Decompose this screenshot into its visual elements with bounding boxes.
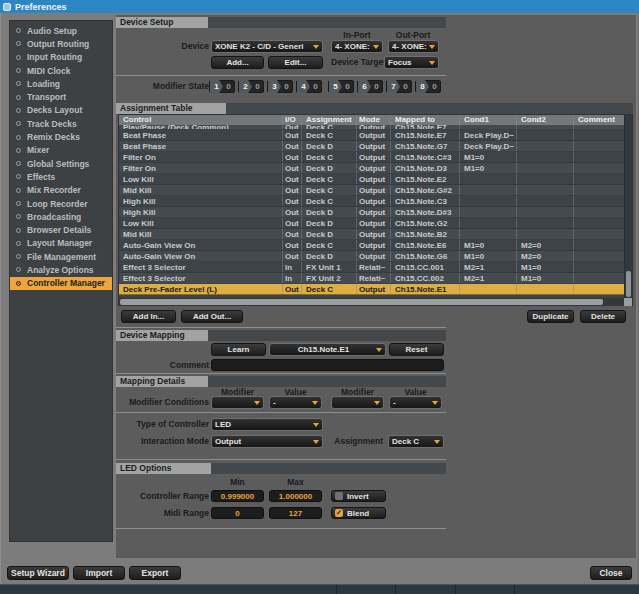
table-row[interactable]: Low KillOutDeck COutputCh15.Note.E2 [119,174,632,185]
bullet-icon [16,188,21,193]
table-cell [574,196,626,206]
sidebar-item-global-settings[interactable]: Global Settings [10,157,112,170]
export-button[interactable]: Export [129,566,181,580]
edit-device-button[interactable]: Edit... [268,56,323,69]
max-label: Max [269,476,322,489]
learn-button[interactable]: Learn [211,343,266,356]
table-cell: High Kill [119,196,283,206]
sidebar-item-audio-setup[interactable]: Audio Setup [10,24,112,37]
sidebar-item-loop-recorder[interactable]: Loop Recorder [10,197,112,210]
sidebar-item-decks-layout[interactable]: Decks Layout [10,104,112,117]
import-button[interactable]: Import [73,566,125,580]
controller-range-min-input[interactable]: 0.999000 [211,490,264,502]
value-2-select[interactable]: - [389,396,442,409]
table-row[interactable]: Auto-Gain View OnOutDeck DOutputCh15.Not… [119,251,632,262]
modifier-state-4[interactable]: 40 [296,80,322,93]
sidebar-item-transport[interactable]: Transport [10,90,112,103]
table-cell: Ch15.Note.E7 [391,122,460,129]
sidebar-item-input-routing[interactable]: Input Routing [10,51,112,64]
table-row[interactable]: Effect 3 SelectorInFX Unit 2Relati~Ch15.… [119,273,632,284]
table-row[interactable]: Low KillOutDeck DOutputCh15.Note.G2 [119,218,632,229]
table-row[interactable]: High KillOutDeck DOutputCh15.Note.D#3 [119,207,632,218]
modifier-state-1[interactable]: 10 [209,80,235,93]
assignment-select[interactable]: Deck C [388,435,444,448]
sidebar-item-label: Transport [27,92,66,102]
bullet-icon [16,267,21,272]
table-cell: Deck D [302,218,357,228]
sidebar-item-effects[interactable]: Effects [10,170,112,183]
sidebar-item-mixer[interactable]: Mixer [10,144,112,157]
modifier-state-3[interactable]: 30 [267,80,293,93]
modifier-state-7[interactable]: 70 [386,80,412,93]
add-in-button[interactable]: Add In... [121,310,176,323]
close-button[interactable]: Close [590,566,632,580]
controller-range-max-input[interactable]: 1.000000 [269,490,322,502]
midi-range-max-input[interactable]: 127 [269,507,322,519]
table-cell [517,122,574,129]
table-cell: Out [283,174,302,184]
sidebar-item-track-decks[interactable]: Track Decks [10,117,112,130]
table-row[interactable]: Mid KillOutDeck COutputCh15.Note.G#2 [119,185,632,196]
bullet-icon [16,95,21,100]
device-target-select[interactable]: Focus [384,56,439,69]
table-cell: Out [283,196,302,206]
table-row[interactable]: Filter OnOutDeck COutputCh15.Note.C#3M1=… [119,152,632,163]
add-out-button[interactable]: Add Out... [181,310,243,323]
mapped-event-select[interactable]: Ch15.Note.E1 [269,343,386,356]
delete-button[interactable]: Delete [580,310,626,323]
sidebar-item-file-management[interactable]: File Management [10,250,112,263]
interaction-mode-select[interactable]: Output [211,435,323,448]
modifier-state-8[interactable]: 80 [415,80,441,93]
sidebar-item-layout-manager[interactable]: Layout Manager [10,237,112,250]
sidebar-item-mix-recorder[interactable]: Mix Recorder [10,184,112,197]
blend-checkbox[interactable]: ✓ Blend [331,507,386,519]
sidebar-item-midi-clock[interactable]: MIDI Clock [10,64,112,77]
table-row[interactable]: Auto-Gain View OnOutDeck COutputCh15.Not… [119,240,632,251]
setup-wizard-button[interactable]: Setup Wizard [7,566,69,580]
table-row[interactable]: Filter OnOutDeck DOutputCh15.Note.D3M1=0 [119,163,632,174]
modifier-value: 0 [252,82,263,91]
midi-range-min-input[interactable]: 0 [211,507,264,519]
invert-checkbox[interactable]: Invert [331,490,386,502]
comment-input[interactable] [211,359,444,371]
add-device-button[interactable]: Add... [211,56,264,69]
table-row[interactable]: Beat PhaseOutDeck COutputCh15.Note.E7Dec… [119,130,632,141]
table-row[interactable]: Beat PhaseOutDeck DOutputCh15.Note.G7Dec… [119,141,632,152]
chevron-down-icon [313,440,319,444]
type-of-controller-select[interactable]: LED [211,418,323,431]
horizontal-scrollbar[interactable] [119,298,626,306]
sidebar-item-analyze-options[interactable]: Analyze Options [10,263,112,276]
modifier-state-6[interactable]: 60 [357,80,383,93]
modifier-state-5[interactable]: 50 [328,80,354,93]
table-row[interactable]: Effect 3 SelectorInFX Unit 1Relati~Ch15.… [119,262,632,273]
table-cell: Effect 3 Selector [119,273,283,283]
horizontal-scrollbar-thumb[interactable] [120,299,603,305]
checkbox-icon [335,492,343,500]
out-port-select[interactable]: 4- XONE: [388,40,439,53]
sidebar-item-loading[interactable]: Loading [10,77,112,90]
duplicate-button[interactable]: Duplicate [527,310,574,323]
table-row[interactable]: High KillOutDeck COutputCh15.Note.C3 [119,196,632,207]
sidebar-item-output-routing[interactable]: Output Routing [10,37,112,50]
modifier-1-select[interactable] [211,396,264,409]
table-row[interactable]: Deck Pre-Fader Level (L)OutDeck COutputC… [119,284,632,295]
modifier-state-label: Modifier State [126,80,209,93]
table-cell: Ch15.Note.G2 [391,218,460,228]
sidebar-item-browser-details[interactable]: Browser Details [10,223,112,236]
table-row[interactable]: Mid KillOutDeck DOutputCh15.Note.B2 [119,229,632,240]
table-cell: Ch15.Note.G7 [391,141,460,151]
vertical-scrollbar[interactable] [624,115,632,298]
reset-button[interactable]: Reset [389,343,444,356]
value-1-select[interactable]: - [269,396,322,409]
sidebar-item-controller-manager[interactable]: Controller Manager [10,277,112,290]
device-select[interactable]: XONE K2 - C/D - Generi [211,40,323,53]
modifier-state-2[interactable]: 20 [238,80,264,93]
sidebar-item-label: Loop Recorder [27,199,87,209]
vertical-scrollbar-thumb[interactable] [626,271,631,297]
in-port-select[interactable]: 4- XONE: [331,40,383,53]
table-cell: Output [357,196,391,206]
sidebar-item-broadcasting[interactable]: Broadcasting [10,210,112,223]
sidebar-item-label: Mix Recorder [27,185,81,195]
sidebar-item-remix-decks[interactable]: Remix Decks [10,130,112,143]
modifier-2-select[interactable] [331,396,384,409]
